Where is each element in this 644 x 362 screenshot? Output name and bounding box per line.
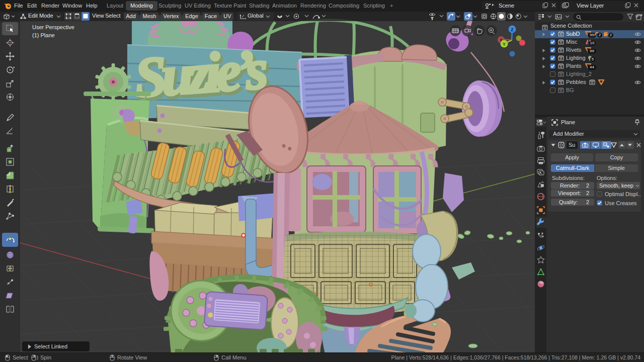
svg-text:Suzie’s: Suzie’s — [133, 37, 269, 109]
svg-text:User Perspective: User Perspective — [32, 24, 74, 30]
svg-text:Select Linked: Select Linked — [34, 343, 67, 349]
svg-text:(1) Plane: (1) Plane — [32, 32, 55, 38]
svg-text:Y: Y — [503, 42, 506, 47]
svg-text:Z: Z — [511, 27, 514, 32]
